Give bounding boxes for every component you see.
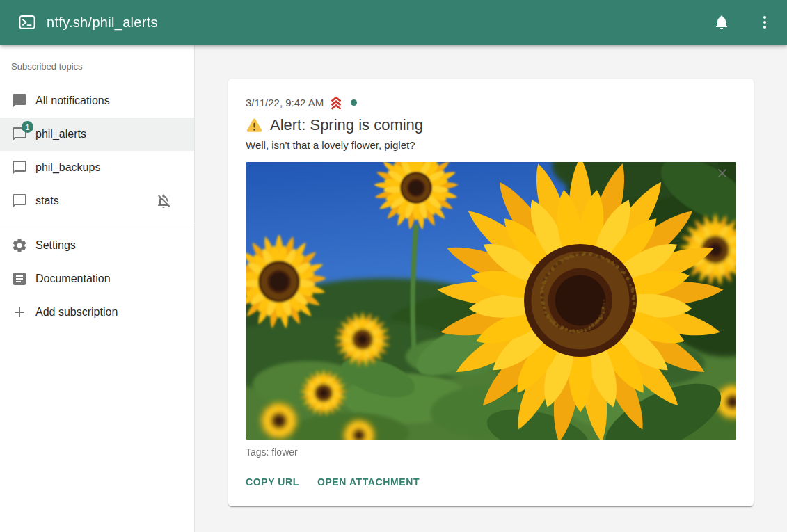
sidebar-item-label: phil_backups bbox=[35, 161, 100, 174]
open-attachment-button[interactable]: OPEN ATTACHMENT bbox=[317, 476, 420, 487]
warning-triangle-emoji bbox=[246, 117, 263, 134]
max-priority-icon bbox=[328, 95, 344, 110]
subscribed-topics-caption: Subscribed topics bbox=[0, 45, 194, 79]
sidebar-item-label: Documentation bbox=[35, 273, 111, 285]
sidebar-item-add-subscription[interactable]: Add subscription bbox=[0, 296, 194, 329]
sidebar-item-stats[interactable]: stats bbox=[0, 184, 194, 218]
bell-off-icon bbox=[155, 193, 172, 209]
chat-bubble-outline-icon: 1 bbox=[11, 126, 28, 143]
notification-title: Alert: Spring is coming bbox=[270, 116, 423, 134]
sidebar-item-label: phil_alerts bbox=[35, 128, 86, 140]
new-notification-dot bbox=[351, 99, 357, 106]
chat-bubble-outline-icon bbox=[11, 159, 28, 176]
sidebar: Subscribed topics All notifications 1 ph… bbox=[0, 45, 195, 532]
page-title: ntfy.sh/phil_alerts bbox=[47, 15, 158, 31]
attachment-image[interactable] bbox=[246, 162, 736, 440]
sidebar-item-phil-alerts[interactable]: 1 phil_alerts bbox=[0, 118, 194, 151]
sidebar-item-label: All notifications bbox=[35, 95, 110, 107]
terminal-icon[interactable] bbox=[18, 13, 36, 31]
sidebar-divider bbox=[0, 223, 194, 223]
notification-body: Well, isn't that a lovely flower, piglet… bbox=[246, 138, 736, 152]
article-icon bbox=[11, 271, 28, 287]
chat-bubble-outline-icon bbox=[11, 193, 28, 209]
tags-label: Tags: flower bbox=[246, 446, 736, 458]
unread-count-badge: 1 bbox=[22, 121, 33, 133]
sidebar-item-label: Settings bbox=[35, 239, 76, 252]
chat-bubble-filled-icon bbox=[11, 92, 28, 109]
sidebar-item-label: stats bbox=[35, 195, 59, 207]
notification-card: 3/11/22, 9:42 AM bbox=[228, 79, 754, 506]
sidebar-item-label: Add subscription bbox=[35, 306, 118, 319]
sidebar-item-settings[interactable]: Settings bbox=[0, 229, 194, 262]
app-bar: ntfy.sh/phil_alerts bbox=[0, 0, 787, 45]
plus-icon bbox=[11, 304, 28, 321]
sidebar-item-phil-backups[interactable]: phil_backups bbox=[0, 151, 194, 184]
gear-icon bbox=[11, 237, 28, 254]
close-icon[interactable] bbox=[708, 159, 736, 187]
main-content: 3/11/22, 9:42 AM bbox=[195, 45, 787, 532]
kebab-menu-icon[interactable] bbox=[752, 10, 777, 35]
notification-timestamp: 3/11/22, 9:42 AM bbox=[246, 97, 324, 108]
sidebar-item-all-notifications[interactable]: All notifications bbox=[0, 84, 194, 118]
bell-icon[interactable] bbox=[709, 10, 734, 35]
copy-url-button[interactable]: COPY URL bbox=[246, 476, 299, 487]
sidebar-item-documentation[interactable]: Documentation bbox=[0, 262, 194, 296]
